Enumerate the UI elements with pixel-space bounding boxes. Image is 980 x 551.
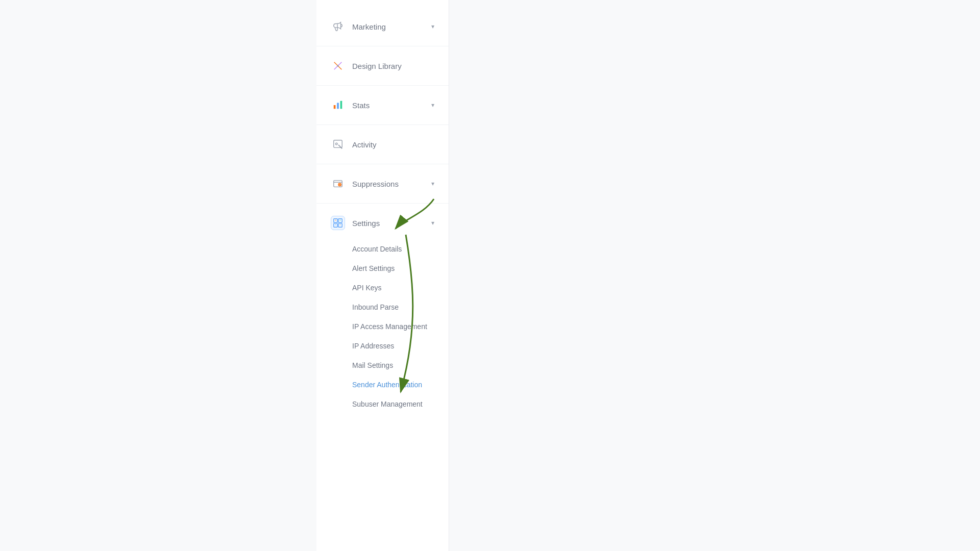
settings-icon <box>331 216 345 230</box>
sidebar-item-settings-label: Settings <box>352 219 427 228</box>
sidebar-item-marketing-label: Marketing <box>352 22 427 31</box>
design-library-icon <box>331 59 345 73</box>
sidebar-item-settings[interactable]: Settings ▾ <box>316 207 449 239</box>
sidebar-subitem-api-keys[interactable]: API Keys <box>316 278 449 297</box>
svg-rect-14 <box>334 219 337 222</box>
marketing-icon <box>331 19 345 34</box>
divider <box>316 124 449 125</box>
sidebar-subitem-sender-authentication[interactable]: Sender Authentication <box>316 375 449 394</box>
sidebar-item-stats-label: Stats <box>352 101 427 110</box>
svg-rect-5 <box>340 101 342 109</box>
sidebar-subitem-ip-addresses[interactable]: IP Addresses <box>316 336 449 356</box>
chevron-down-icon: ▾ <box>431 180 434 187</box>
sidebar-item-activity[interactable]: Activity <box>316 128 449 161</box>
alert-settings-label: Alert Settings <box>352 264 395 272</box>
sidebar-item-suppressions-label: Suppressions <box>352 180 427 188</box>
sidebar-subitem-mail-settings[interactable]: Mail Settings <box>316 356 449 375</box>
sidebar-subitem-alert-settings[interactable]: Alert Settings <box>316 259 449 278</box>
ip-addresses-label: IP Addresses <box>352 342 394 350</box>
api-keys-label: API Keys <box>352 284 382 292</box>
svg-rect-16 <box>334 223 337 227</box>
sidebar-item-design-library[interactable]: Design Library <box>316 49 449 82</box>
suppressions-icon <box>331 177 345 191</box>
divider <box>316 85 449 86</box>
svg-line-8 <box>338 145 342 148</box>
sidebar: Marketing ▾ Design Library Stats ▾ <box>316 0 449 551</box>
sidebar-item-suppressions[interactable]: Suppressions ▾ <box>316 167 449 200</box>
chevron-down-icon: ▾ <box>431 219 434 227</box>
sidebar-subitem-account-details[interactable]: Account Details <box>316 239 449 259</box>
account-details-label: Account Details <box>352 245 402 253</box>
sidebar-item-activity-label: Activity <box>352 140 434 149</box>
stats-icon <box>331 98 345 112</box>
divider <box>316 203 449 204</box>
sidebar-subitem-subuser-management[interactable]: Subuser Management <box>316 394 449 414</box>
divider <box>316 46 449 46</box>
svg-rect-4 <box>337 103 339 109</box>
sidebar-item-design-library-label: Design Library <box>352 62 434 70</box>
sidebar-subitem-inbound-parse[interactable]: Inbound Parse <box>316 297 449 317</box>
activity-icon <box>331 137 345 152</box>
ip-access-management-label: IP Access Management <box>352 322 427 331</box>
divider <box>316 164 449 164</box>
mail-settings-label: Mail Settings <box>352 361 393 369</box>
svg-rect-15 <box>338 219 342 222</box>
subuser-management-label: Subuser Management <box>352 400 423 408</box>
chevron-down-icon: ▾ <box>431 23 434 30</box>
svg-rect-17 <box>338 223 342 227</box>
svg-point-7 <box>335 143 337 145</box>
sender-authentication-label: Sender Authentication <box>352 381 422 389</box>
svg-rect-6 <box>334 140 342 148</box>
sidebar-item-marketing[interactable]: Marketing ▾ <box>316 10 449 43</box>
svg-point-2 <box>337 65 339 67</box>
sidebar-subitem-ip-access-management[interactable]: IP Access Management <box>316 317 449 336</box>
sidebar-item-stats[interactable]: Stats ▾ <box>316 89 449 121</box>
chevron-down-icon: ▾ <box>431 102 434 109</box>
svg-rect-3 <box>334 105 336 109</box>
inbound-parse-label: Inbound Parse <box>352 303 399 311</box>
